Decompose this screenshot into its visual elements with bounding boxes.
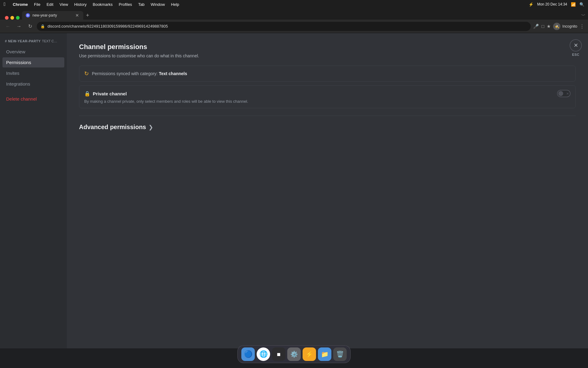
close-settings-button[interactable]: ✕: [570, 39, 582, 52]
private-channel-card: 🔒 Private channel ✕ By making a channel …: [79, 85, 576, 108]
apple-menu[interactable]: : [4, 2, 6, 7]
secure-icon: 🔒: [40, 24, 45, 29]
address-bar: ← → ↻ 🔒 discord.com/channels/92249118030…: [0, 20, 588, 33]
hash-icon: #: [5, 39, 7, 43]
tab-title: new-year-party: [32, 13, 72, 17]
menu-help[interactable]: Help: [171, 2, 179, 7]
main-content: # NEW-YEAR-PARTY TEXT C… Overview Permis…: [0, 33, 588, 348]
tab-list-chevron-icon[interactable]: ﹀: [581, 13, 586, 18]
more-options-icon[interactable]: ⋮: [580, 24, 584, 29]
search-icon[interactable]: 🔍: [579, 2, 584, 7]
maximize-window-button[interactable]: [16, 16, 20, 20]
menu-edit[interactable]: Edit: [47, 2, 53, 7]
permissions-synced-card: ↻ Permissions synced with category: Text…: [79, 66, 576, 82]
sidebar-channel-suffix: TEXT C…: [42, 39, 57, 43]
sidebar-item-overview[interactable]: Overview: [2, 47, 64, 57]
page-title: Channel permissions: [79, 43, 576, 51]
menubar-right: ⚡ Mon 20 Dec 14:34 📶 🔍: [529, 2, 584, 7]
incognito-badge[interactable]: 🕵 Incognito: [553, 23, 577, 30]
address-url: discord.com/channels/922491180309159986/…: [47, 24, 527, 29]
lock-icon: 🔒: [84, 91, 90, 97]
forward-button[interactable]: →: [15, 22, 23, 31]
incognito-avatar-icon: 🕵: [553, 23, 560, 30]
dock-icon-folder[interactable]: 📁: [318, 347, 331, 361]
close-window-button[interactable]: [5, 16, 9, 20]
tab-close-button[interactable]: ✕: [75, 13, 80, 18]
private-channel-title: Private channel: [93, 91, 127, 96]
close-button-wrap: ✕ ESC: [570, 39, 582, 56]
private-channel-top: 🔒 Private channel ✕: [84, 90, 571, 97]
new-tab-button[interactable]: +: [83, 11, 92, 20]
menubar:  Chrome File Edit View History Bookmark…: [0, 0, 588, 9]
dock-icon-terminal[interactable]: ■: [272, 347, 285, 361]
traffic-lights: [2, 16, 22, 20]
advanced-permissions-link[interactable]: Advanced permissions ❯: [79, 122, 576, 132]
dock-icon-finder[interactable]: 🔵: [241, 347, 255, 361]
app-name[interactable]: Chrome: [13, 2, 28, 7]
sidebar-item-delete-channel[interactable]: Delete channel: [2, 94, 64, 104]
menu-tab[interactable]: Tab: [138, 2, 145, 7]
page-subtitle: Use permissions to customise who can do …: [79, 53, 576, 58]
bookmark-star-icon[interactable]: ★: [547, 24, 551, 29]
dock-icon-flashcard[interactable]: ⚡: [303, 347, 316, 361]
wifi-icon: 📶: [571, 2, 576, 7]
incognito-label: Incognito: [562, 24, 577, 29]
tab-bar: D new-year-party ✕ + ﹀: [0, 9, 588, 20]
permissions-synced-text: Permissions synced with category: Text c…: [92, 71, 187, 76]
private-channel-label: 🔒 Private channel: [84, 91, 127, 97]
minimize-window-button[interactable]: [10, 16, 14, 20]
browser-chrome: D new-year-party ✕ + ﹀ ← → ↻ 🔒 discord.c…: [0, 9, 588, 33]
settings-sidebar: # NEW-YEAR-PARTY TEXT C… Overview Permis…: [0, 33, 67, 348]
menu-profiles[interactable]: Profiles: [119, 2, 132, 7]
sidebar-channel-name: NEW-YEAR-PARTY: [8, 39, 41, 43]
private-channel-description: By making a channel private, only select…: [84, 99, 571, 104]
battery-charging-icon: ⚡: [529, 2, 533, 7]
reload-button[interactable]: ↻: [26, 22, 34, 31]
dock-icon-trash[interactable]: 🗑️: [333, 347, 347, 361]
address-bar-right: 🎤 □ ★ 🕵 Incognito ⋮: [533, 23, 584, 30]
category-name: Text channels: [159, 71, 187, 76]
esc-label: ESC: [572, 53, 579, 56]
back-button[interactable]: ←: [4, 22, 12, 31]
content-area: ✕ ESC Channel permissions Use permission…: [67, 33, 588, 348]
mic-icon[interactable]: 🎤: [533, 24, 539, 29]
chevron-right-icon: ❯: [149, 124, 153, 131]
menu-history[interactable]: History: [74, 2, 86, 7]
system-clock: Mon 20 Dec 14:34: [537, 2, 567, 6]
menu-bookmarks[interactable]: Bookmarks: [93, 2, 113, 7]
section-divider: [79, 116, 576, 116]
sync-icon: ↻: [84, 70, 89, 77]
dock: 🔵 🌐 ■ ⚙️ ⚡ 📁 🗑️: [237, 345, 351, 363]
sidebar-item-permissions[interactable]: Permissions: [2, 57, 64, 67]
browser-tab-active[interactable]: D new-year-party ✕: [22, 11, 83, 20]
address-input-wrap[interactable]: 🔒 discord.com/channels/92249118030915998…: [37, 22, 531, 31]
dock-icon-tools[interactable]: ⚙️: [287, 347, 301, 361]
tab-bar-right: ﹀: [581, 13, 586, 20]
dock-icon-chrome[interactable]: 🌐: [257, 347, 270, 361]
menu-view[interactable]: View: [59, 2, 68, 7]
advanced-permissions-label: Advanced permissions: [79, 124, 146, 131]
toggle-x-icon: ✕: [566, 92, 569, 95]
sidebar-channel-header: # NEW-YEAR-PARTY TEXT C…: [2, 38, 64, 44]
sidebar-item-invites[interactable]: Invites: [2, 68, 64, 78]
sidebar-item-integrations[interactable]: Integrations: [2, 79, 64, 89]
cast-icon[interactable]: □: [541, 24, 544, 29]
tab-favicon: D: [26, 13, 30, 17]
toggle-knob: [558, 91, 563, 96]
private-channel-toggle[interactable]: ✕: [557, 90, 571, 97]
menu-file[interactable]: File: [34, 2, 40, 7]
menu-window[interactable]: Window: [151, 2, 165, 7]
